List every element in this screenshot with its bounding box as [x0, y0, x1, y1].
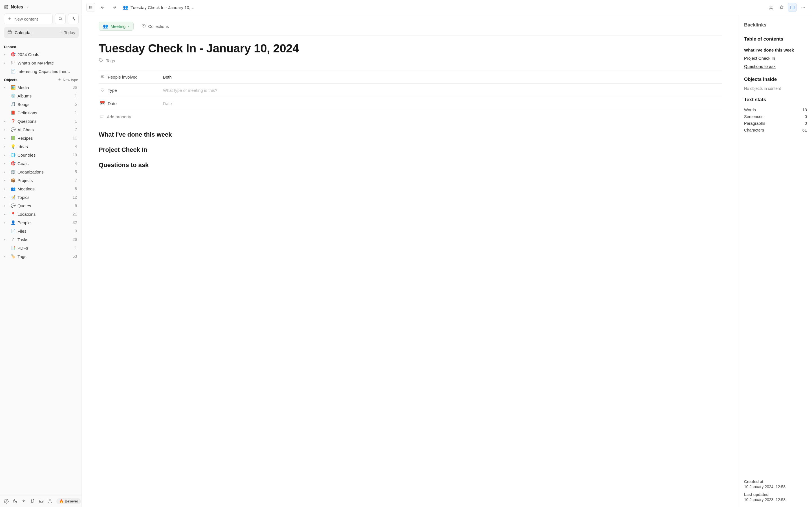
item-count: 11 [72, 136, 78, 140]
nav-back-button[interactable] [98, 3, 107, 12]
today-link[interactable]: Today [58, 30, 75, 35]
item-count: 7 [75, 178, 78, 182]
pinned-item[interactable]: ▸ 🎯 2024 Goals [3, 50, 79, 59]
prop-label-type: Type [99, 83, 161, 97]
toc-link[interactable]: Project Check In [744, 54, 807, 62]
toc-link[interactable]: What I've done this week [744, 46, 807, 54]
cut-button[interactable] [766, 3, 775, 12]
tags-label: Tags [106, 58, 115, 63]
workspace-switcher[interactable]: Notes [4, 3, 79, 11]
new-content-row: New content [4, 13, 79, 24]
account-button[interactable] [48, 499, 52, 504]
object-type-item[interactable]: ▸ 💿 Albums 1 [3, 92, 79, 100]
prop-row-date: 📅 Date Date [99, 97, 722, 110]
object-type-item[interactable]: ▸ 💡 Ideas 4 [3, 142, 79, 151]
believer-badge[interactable]: 🔥 Believer [56, 498, 81, 504]
toc-link[interactable]: Questions to ask [744, 62, 807, 70]
object-type-item[interactable]: ▸ 📕 Definitions 1 [3, 108, 79, 117]
object-type-item[interactable]: ▸ ❓ Questions 1 [3, 117, 79, 125]
object-type-item[interactable]: ▸ 📗 Recipes 11 [3, 134, 79, 142]
graph-button[interactable] [30, 499, 35, 504]
item-label: AI Chats [17, 127, 73, 132]
right-panel: Backlinks Table of contents What I've do… [739, 15, 812, 507]
date-value[interactable]: Date [161, 97, 722, 110]
object-type-item[interactable]: ▸ 📦 Projects 7 [3, 176, 79, 184]
right-panel-footer: Created at 10 January 2024, 12:58 Last u… [744, 465, 807, 502]
item-label: Files [17, 229, 73, 233]
theme-toggle[interactable] [13, 499, 17, 504]
new-content-label: New content [14, 17, 38, 21]
object-type-item[interactable]: ▸ 💬 Quotes 5 [3, 202, 79, 210]
chevron-right-icon: ▸ [4, 86, 8, 89]
object-type-item[interactable]: ▸ 👥 Meetings 8 [3, 184, 79, 193]
svg-rect-0 [5, 5, 8, 9]
item-count: 0 [75, 229, 78, 233]
item-label: Quotes [17, 203, 73, 208]
people-value[interactable]: Beth [161, 71, 722, 83]
svg-point-6 [89, 6, 90, 6]
meeting-icon: 👥 [123, 5, 128, 10]
object-type-item[interactable]: ▸ 📝 Topics 12 [3, 193, 79, 202]
object-type-item[interactable]: ▸ 🌐 Countries 10 [3, 151, 79, 159]
item-icon: 🎵 [10, 101, 16, 107]
item-icon: 📕 [10, 110, 16, 115]
calendar-icon [7, 30, 12, 35]
calendar-row[interactable]: Calendar Today [4, 27, 79, 38]
heading-questions[interactable]: Questions to ask [99, 161, 722, 169]
chevron-right-icon: ▸ [4, 179, 8, 182]
chevron-right-icon: ▸ [4, 136, 8, 140]
backlinks-header: Backlinks [744, 22, 807, 28]
nav-forward-button[interactable] [110, 3, 119, 12]
item-icon: 📗 [10, 135, 16, 141]
heading-done[interactable]: What I've done this week [99, 131, 722, 138]
item-count: 10 [72, 153, 78, 157]
toggle-list-view[interactable] [86, 3, 95, 12]
new-content-button[interactable]: New content [4, 13, 53, 24]
item-count: 4 [75, 161, 78, 166]
tags-row[interactable]: Tags [99, 58, 722, 63]
sidebar-scroll[interactable]: Pinned ▸ 🎯 2024 Goals▸ 🏳️ What's on My P… [0, 40, 82, 495]
new-type-button[interactable]: New type [58, 78, 78, 82]
svg-rect-2 [8, 31, 11, 34]
object-type-item[interactable]: ▸ 📍 Locations 21 [3, 210, 79, 218]
collections-chip[interactable]: Collections [138, 22, 172, 31]
svg-point-15 [100, 59, 100, 59]
toggle-sidebar-button[interactable] [788, 3, 797, 12]
item-count: 1 [75, 119, 78, 123]
item-icon: ❓ [10, 118, 16, 124]
object-type-item[interactable]: ▸ 💬 AI Chats 7 [3, 125, 79, 134]
object-type-item[interactable]: ▸ 🎵 Songs 5 [3, 100, 79, 108]
pin-button[interactable] [777, 3, 786, 12]
add-property-button[interactable]: Add property [99, 110, 722, 123]
pinned-item[interactable]: ▸ 📄 Interesting Capacities thin… [3, 67, 79, 75]
type-value[interactable]: What type of meeting is this? [161, 84, 722, 97]
object-type-item[interactable]: ▸ 📑 PDFs 1 [3, 244, 79, 252]
object-type-item[interactable]: ▸ 👤 People 32 [3, 218, 79, 227]
object-type-item[interactable]: ▸ 🏷️ Tags 53 [3, 252, 79, 261]
ai-button[interactable] [68, 13, 79, 24]
chevron-right-icon: ▸ [4, 162, 8, 165]
document-pane[interactable]: 👥 Meeting ▾ Collections Tuesday Check In… [82, 15, 739, 507]
inbox-button[interactable] [39, 499, 44, 504]
more-button[interactable] [799, 3, 808, 12]
object-type-item[interactable]: ▸ 📄 Files 0 [3, 227, 79, 235]
chevron-right-icon: ▸ [4, 53, 8, 56]
svg-point-8 [89, 8, 90, 8]
page-title[interactable]: Tuesday Check In - January 10, 2024 [99, 42, 722, 55]
date-label: Date [108, 101, 117, 106]
breadcrumb[interactable]: 👥 Tuesday Check In - January 10,… [123, 5, 195, 10]
heading-project[interactable]: Project Check In [99, 146, 722, 154]
stat-row: Words13 [744, 107, 807, 113]
type-chip-meeting[interactable]: 👥 Meeting ▾ [99, 22, 134, 31]
add-property-label: Add property [107, 114, 131, 119]
object-type-item[interactable]: ▸ ✓ Tasks 26 [3, 235, 79, 244]
object-type-item[interactable]: ▸ 🖼️ Media 36 [3, 83, 79, 92]
search-button[interactable] [55, 13, 66, 24]
item-count: 21 [72, 212, 78, 216]
object-type-item[interactable]: ▸ 🎯 Goals 4 [3, 159, 79, 168]
settings-button[interactable] [4, 499, 9, 504]
chevron-right-icon: ▸ [4, 195, 8, 199]
pinned-item[interactable]: ▸ 🏳️ What's on My Plate [3, 59, 79, 67]
command-button[interactable] [21, 499, 26, 504]
object-type-item[interactable]: ▸ 🏢 Organizations 5 [3, 168, 79, 176]
